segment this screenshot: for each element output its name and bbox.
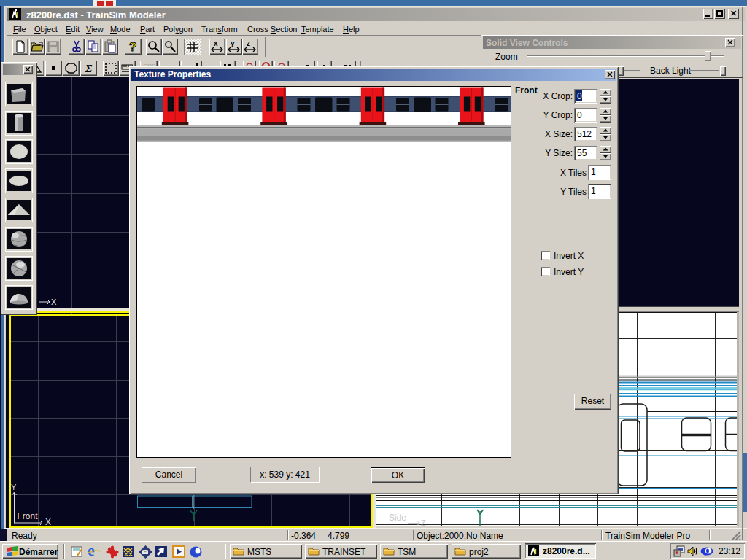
svg-text:Y: Y [11, 483, 17, 491]
svg-text:Z: Z [421, 518, 426, 526]
svg-text:z: z [247, 39, 250, 47]
svg-text:X: X [45, 517, 51, 526]
svg-text:Σ: Σ [85, 63, 93, 74]
svg-text:x: x [214, 39, 218, 47]
svg-text:X: X [51, 298, 57, 306]
svg-text:?: ? [129, 40, 136, 54]
svg-text:Side: Side [389, 513, 406, 523]
svg-text:y: y [231, 39, 235, 47]
svg-text:Front: Front [18, 511, 39, 521]
